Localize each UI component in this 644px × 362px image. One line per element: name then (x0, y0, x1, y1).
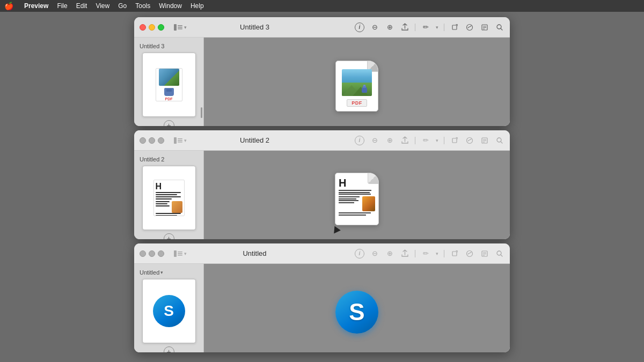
close-button-1[interactable] (140, 24, 146, 31)
thumb-flower-img (172, 201, 182, 213)
share-button-3[interactable] (400, 249, 409, 258)
search-button-1[interactable] (495, 23, 504, 32)
thumb-pdf-label: PDF (165, 97, 173, 101)
text-line-2 (156, 194, 177, 195)
menu-file[interactable]: File (57, 2, 67, 10)
skype-icon-small: S (153, 295, 185, 327)
doc-line-9 (339, 215, 366, 216)
rotate-button-3[interactable] (450, 249, 459, 258)
annotate-button-3[interactable]: ✏ (421, 249, 430, 258)
annotate-chevron-2: ▾ (436, 138, 438, 143)
sidebar-label-3: Untitled (140, 269, 159, 276)
text-lines-col (156, 201, 171, 213)
separator-1b (444, 24, 444, 31)
edit-button-2[interactable] (480, 136, 489, 145)
doc-line-7 (339, 202, 354, 203)
thumb-jar-top (166, 89, 172, 92)
edit-button-3[interactable] (480, 249, 489, 258)
menu-tools[interactable]: Tools (135, 2, 150, 10)
minimize-button-3[interactable] (149, 250, 155, 257)
menu-window[interactable]: Window (159, 2, 182, 10)
share-button-1[interactable] (400, 23, 409, 32)
doc-fold-2 (368, 173, 378, 184)
doc-line-4 (339, 196, 360, 197)
info-button-2[interactable]: i (355, 136, 364, 145)
sign-button-3[interactable] (465, 249, 474, 258)
sidebar-2: Untitled 2 H (134, 151, 204, 239)
doc-line-2 (339, 192, 370, 193)
toolbar-1: i ⊖ ⊕ ✏ ▾ (355, 23, 504, 32)
zoom-in-button-3[interactable]: ⊕ (385, 249, 394, 258)
svg-point-34 (467, 250, 473, 256)
search-button-3[interactable] (495, 249, 504, 258)
edit-button-1[interactable] (480, 23, 489, 32)
sign-button-2[interactable] (465, 136, 474, 145)
text-line-9 (156, 215, 177, 216)
separator-1a (415, 24, 415, 31)
menu-edit[interactable]: Edit (76, 2, 87, 10)
pdf-thumb-inner: PDF (156, 68, 182, 101)
info-button-1[interactable]: i (355, 23, 364, 32)
pdf-document: PDF (335, 61, 378, 112)
sidebar-thumbnail-1[interactable]: PDF (142, 53, 196, 117)
sidebar-label-2: Untitled 2 (140, 156, 164, 162)
minimize-button-1[interactable] (149, 24, 155, 31)
search-button-2[interactable] (495, 136, 504, 145)
menu-view[interactable]: View (96, 2, 109, 10)
doc-line-5 (339, 198, 356, 200)
sidebar-thumbnail-3[interactable]: S (142, 279, 196, 343)
sidebar-scrollbar-1 (201, 107, 202, 118)
svg-rect-33 (452, 252, 457, 256)
preview-window-2: ▾ Untitled 2 i ⊖ ⊕ ✏ ▾ (134, 130, 510, 239)
sidebar-thumbnail-2[interactable]: H (142, 166, 196, 230)
main-pdf-icon: PDF (335, 61, 378, 112)
toolbar-3: i ⊖ ⊕ ✏ ▾ (355, 249, 504, 258)
menu-help[interactable]: Help (191, 2, 204, 10)
doc-flower-img (362, 196, 375, 211)
apple-menu[interactable]: 🍎 (4, 2, 13, 10)
zoom-in-button-2[interactable]: ⊕ (385, 136, 394, 145)
rotate-button-1[interactable] (450, 23, 459, 32)
add-page-button-3[interactable]: + (164, 346, 174, 352)
text-line-1 (156, 192, 181, 193)
thumb-inkjar (164, 88, 174, 96)
doc-line-6 (339, 200, 358, 201)
zoom-in-button-1[interactable]: ⊕ (385, 23, 394, 32)
close-button-2[interactable] (140, 137, 146, 144)
text-thumb-inner: H (153, 180, 185, 216)
toolbar-2: i ⊖ ⊕ ✏ ▾ (355, 136, 504, 145)
menu-go[interactable]: Go (118, 2, 127, 10)
window-title-1: Untitled 3 (158, 23, 352, 31)
preview-window-3: ▾ Untitled i ⊖ ⊕ ✏ ▾ (134, 243, 510, 352)
annotate-chevron-3: ▾ (436, 251, 438, 256)
sidebar-label-chevron-3[interactable]: ▾ (160, 270, 163, 275)
thumb-h-letter: H (156, 182, 182, 191)
zoom-out-button-1[interactable]: ⊖ (370, 23, 379, 32)
svg-line-11 (501, 28, 502, 30)
annotate-button-2[interactable]: ✏ (421, 136, 430, 145)
share-button-2[interactable] (400, 136, 409, 145)
window-content-3: Untitled ▾ S + S (134, 264, 510, 352)
doc-line-3 (339, 194, 371, 195)
doc-landscape-img (342, 69, 372, 96)
sidebar-title-row-3: Untitled ▾ (140, 269, 163, 276)
doc-line-8 (339, 212, 371, 213)
annotate-chevron-1: ▾ (436, 25, 438, 30)
text-document-main: H (335, 173, 379, 225)
info-button-3[interactable]: i (355, 249, 364, 258)
zoom-out-button-3[interactable]: ⊖ (370, 249, 379, 258)
window-content-1: Untitled 3 PDF + (134, 38, 510, 126)
add-page-button-2[interactable]: + (164, 233, 174, 239)
svg-point-5 (467, 24, 473, 30)
sign-button-1[interactable] (465, 23, 474, 32)
svg-line-28 (501, 142, 502, 143)
preview-window-1: ▾ Untitled 3 i ⊖ ⊕ ✏ ▾ (134, 17, 510, 126)
menu-preview[interactable]: Preview (24, 2, 48, 10)
svg-point-22 (467, 137, 473, 143)
annotate-button-1[interactable]: ✏ (421, 23, 430, 32)
rotate-button-2[interactable] (450, 136, 459, 145)
add-page-button-1[interactable]: + (164, 120, 174, 126)
close-button-3[interactable] (140, 250, 146, 257)
zoom-out-button-2[interactable]: ⊖ (370, 136, 379, 145)
minimize-button-2[interactable] (149, 137, 155, 144)
